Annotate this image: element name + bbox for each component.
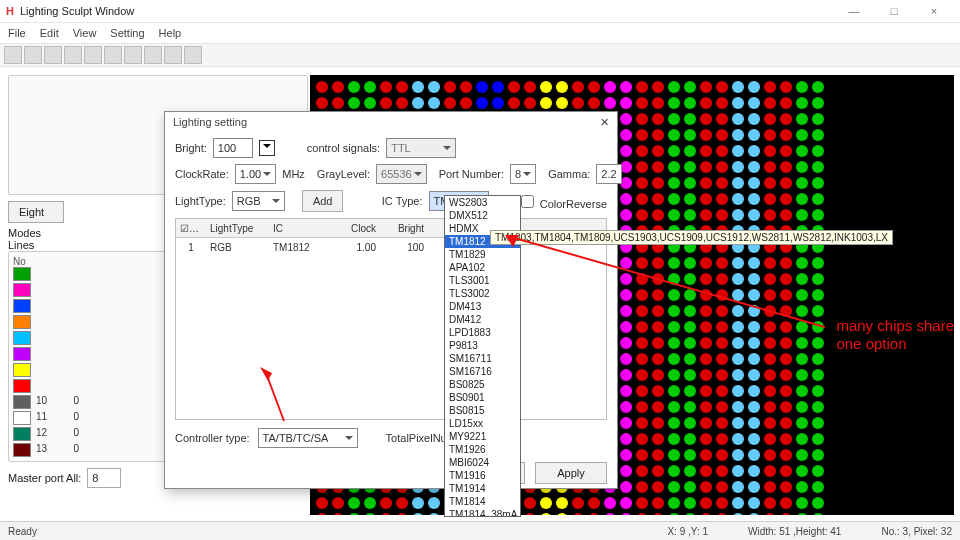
ictype-option[interactable]: TLS3001 bbox=[445, 274, 520, 287]
window-title: Lighting Sculpt Window bbox=[20, 5, 134, 17]
ictype-option[interactable]: TM1916 bbox=[445, 469, 520, 482]
menu-file[interactable]: File bbox=[8, 27, 26, 39]
ictype-option[interactable]: SM16711 bbox=[445, 352, 520, 365]
ictype-option[interactable]: DMX512 bbox=[445, 209, 520, 222]
lighttype-select[interactable]: RGB bbox=[232, 191, 285, 211]
swatch-value bbox=[49, 363, 79, 377]
color-swatch[interactable] bbox=[13, 427, 31, 441]
clockrate-select[interactable]: 1.00 bbox=[235, 164, 276, 184]
ictype-option[interactable]: LD15xx bbox=[445, 417, 520, 430]
ictype-label: IC Type: bbox=[382, 195, 423, 207]
toolbar-icon[interactable] bbox=[124, 46, 142, 64]
window-titlebar: H Lighting Sculpt Window — □ × bbox=[0, 0, 960, 23]
swatch-value: 0 bbox=[49, 427, 79, 441]
toolbar-icon[interactable] bbox=[104, 46, 122, 64]
menu-setting[interactable]: Setting bbox=[110, 27, 144, 39]
portnum-select[interactable]: 8 bbox=[510, 164, 536, 184]
ictype-option[interactable]: TM1829 bbox=[445, 248, 520, 261]
clockrate-label: ClockRate: bbox=[175, 168, 229, 180]
col-ic: IC bbox=[269, 223, 332, 234]
color-swatch[interactable] bbox=[13, 267, 31, 281]
toolbar-icon[interactable] bbox=[184, 46, 202, 64]
swatch-index: 11 bbox=[31, 411, 47, 425]
gamma-input[interactable]: 2.2 bbox=[596, 164, 621, 184]
window-maximize-button[interactable]: □ bbox=[874, 5, 914, 17]
col-check[interactable]: ☑No. bbox=[176, 223, 206, 234]
toolbar-icon[interactable] bbox=[164, 46, 182, 64]
graylevel-label: GrayLevel: bbox=[317, 168, 370, 180]
window-close-button[interactable]: × bbox=[914, 5, 954, 17]
swatch-index bbox=[31, 331, 47, 345]
bright-input[interactable]: 100 bbox=[213, 138, 253, 158]
chevron-down-icon[interactable] bbox=[259, 140, 275, 156]
swatch-index: 13 bbox=[31, 443, 47, 457]
ictype-tooltip: TM1803,TM1804,TM1809,UCS1903,UCS1909,UCS… bbox=[490, 230, 893, 245]
color-swatch[interactable] bbox=[13, 347, 31, 361]
ictype-option[interactable]: DM413 bbox=[445, 300, 520, 313]
ictype-option[interactable]: APA102 bbox=[445, 261, 520, 274]
swatch-value bbox=[49, 347, 79, 361]
light-table[interactable]: ☑No. LightType IC Clock Bright Gray Gam.… bbox=[175, 218, 607, 420]
colorreverse-checkbox[interactable]: ColorReverse bbox=[517, 192, 607, 211]
toolbar-icon[interactable] bbox=[44, 46, 62, 64]
ictype-option[interactable]: BS0815 bbox=[445, 404, 520, 417]
swatch-value bbox=[49, 299, 79, 313]
color-swatch[interactable] bbox=[13, 395, 31, 409]
ictype-option[interactable]: MY9221 bbox=[445, 430, 520, 443]
dialog-close-button[interactable]: ✕ bbox=[600, 116, 609, 129]
ictype-option[interactable]: TM1926 bbox=[445, 443, 520, 456]
swatch-index: 12 bbox=[31, 427, 47, 441]
add-button[interactable]: Add bbox=[302, 190, 344, 212]
color-swatch[interactable] bbox=[13, 315, 31, 329]
control-signals-label: control signals: bbox=[307, 142, 380, 154]
swatch-index bbox=[31, 347, 47, 361]
apply-button[interactable]: Apply bbox=[535, 462, 607, 484]
window-minimize-button[interactable]: — bbox=[834, 5, 874, 17]
col-bright: Bright bbox=[380, 223, 428, 234]
color-swatch[interactable] bbox=[13, 283, 31, 297]
swatch-value: 0 bbox=[49, 395, 79, 409]
menu-edit[interactable]: Edit bbox=[40, 27, 59, 39]
ictype-option[interactable]: BS0901 bbox=[445, 391, 520, 404]
control-signals-select[interactable]: TTL bbox=[386, 138, 456, 158]
dialog-title: Lighting setting bbox=[173, 116, 247, 128]
controller-select[interactable]: TA/TB/TC/SA bbox=[258, 428, 358, 448]
toolbar bbox=[0, 44, 960, 67]
master-port-label: Master port All: bbox=[8, 472, 81, 484]
ictype-option[interactable]: MBI6024 bbox=[445, 456, 520, 469]
menu-view[interactable]: View bbox=[73, 27, 97, 39]
ictype-option[interactable]: P9813 bbox=[445, 339, 520, 352]
color-swatch[interactable] bbox=[13, 299, 31, 313]
color-swatch[interactable] bbox=[13, 331, 31, 345]
swatch-index: 10 bbox=[31, 395, 47, 409]
status-ready: Ready bbox=[8, 526, 37, 537]
ictype-option[interactable]: TM1814 bbox=[445, 495, 520, 508]
swatch-value: 0 bbox=[49, 411, 79, 425]
menu-help[interactable]: Help bbox=[159, 27, 182, 39]
mhz-label: MHz bbox=[282, 168, 305, 180]
toolbar-icon[interactable] bbox=[24, 46, 42, 64]
annotation-text: many chips shareone option bbox=[836, 317, 954, 353]
ictype-option[interactable]: LPD1883 bbox=[445, 326, 520, 339]
ictype-option[interactable]: WS2803 bbox=[445, 196, 520, 209]
color-swatch[interactable] bbox=[13, 411, 31, 425]
color-swatch[interactable] bbox=[13, 363, 31, 377]
graylevel-select[interactable]: 65536 bbox=[376, 164, 427, 184]
toolbar-icon[interactable] bbox=[84, 46, 102, 64]
ictype-option[interactable]: TLS3002 bbox=[445, 287, 520, 300]
toolbar-icon[interactable] bbox=[144, 46, 162, 64]
ictype-option[interactable]: BS0825 bbox=[445, 378, 520, 391]
swatch-index bbox=[31, 363, 47, 377]
ictype-option[interactable]: DM412 bbox=[445, 313, 520, 326]
color-swatch[interactable] bbox=[13, 443, 31, 457]
master-port-input[interactable]: 8 bbox=[87, 468, 121, 488]
ictype-option[interactable]: SM16716 bbox=[445, 365, 520, 378]
color-swatch[interactable] bbox=[13, 379, 31, 393]
ictype-option[interactable]: TM1914 bbox=[445, 482, 520, 495]
eight-button[interactable]: Eight bbox=[8, 201, 64, 223]
toolbar-icon[interactable] bbox=[64, 46, 82, 64]
swatch-index bbox=[31, 315, 47, 329]
lighting-setting-dialog: Lighting setting ✕ Bright: 100 control s… bbox=[164, 111, 618, 489]
ictype-option[interactable]: TM1814_38mA bbox=[445, 508, 520, 517]
toolbar-icon[interactable] bbox=[4, 46, 22, 64]
